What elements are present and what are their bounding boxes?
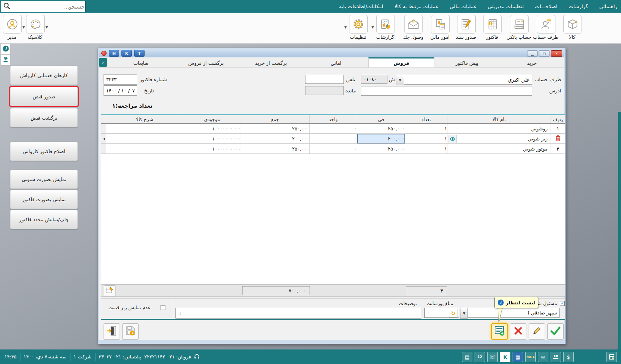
waiting-list-button[interactable] (491, 323, 508, 340)
status-calendar-icon[interactable]: 12 (475, 352, 485, 362)
sidebar-carwash-services-button[interactable]: کارهاي خدماتي کارواش (10, 66, 78, 85)
menu-item-help[interactable]: راهنمائي (599, 3, 617, 9)
cell-unit[interactable]: ۰ (309, 144, 357, 153)
sidebar-issue-receipt-button[interactable]: صدور قبض (10, 87, 78, 106)
minimize-button[interactable]: ▁ (527, 50, 538, 57)
toolbar-bank-account-button[interactable]: حساب بانکي (510, 15, 528, 34)
toolbar-invoice-button[interactable]: $ فاکتور (483, 15, 501, 34)
menu-item-base-info[interactable]: امکانات/اطلاعات پایه (339, 3, 383, 9)
row-selector-active[interactable]: ◄ (101, 134, 106, 143)
cell-price[interactable]: ۲۵۰,۰۰۰ (357, 144, 405, 153)
manager-dropdown-caret[interactable]: ▼ (22, 25, 25, 29)
toolbar-account-party-button[interactable]: طرف حساب (537, 15, 555, 34)
close-button[interactable]: ✕ (551, 50, 562, 57)
hotkey-t-button[interactable]: T (134, 50, 145, 57)
sidebar-return-receipt-button[interactable]: برگشت قبض (10, 108, 78, 127)
cell-desc[interactable] (106, 144, 183, 153)
search-box[interactable] (1, 1, 86, 12)
status-grid-icon[interactable]: ▦ (513, 352, 523, 362)
row-selector[interactable] (101, 144, 106, 153)
confirm-button[interactable] (547, 323, 564, 340)
cell-item-name[interactable]: موتور شويي (447, 144, 551, 153)
save-button[interactable] (122, 323, 139, 340)
tab-consignment[interactable]: اماني (304, 57, 369, 67)
tab-proforma[interactable]: پیش فاکتور (434, 57, 500, 67)
search-input[interactable] (10, 1, 85, 12)
sidebar-reprint-invoice-button[interactable]: چاپ/نمایش مجدد فاکتور (10, 210, 78, 229)
cell-price[interactable]: ۲۵۰,۰۰۰ (357, 124, 405, 133)
eye-icon[interactable] (449, 135, 457, 143)
menu-item-management-settings[interactable]: تنظیمات مدیریتي (488, 3, 524, 9)
cell-qty[interactable]: ۱ (405, 124, 447, 133)
status-money-icon[interactable]: $ (563, 352, 574, 362)
toolbar-classic-theme-button[interactable]: کلاسیک ▼ (26, 15, 44, 34)
status-mail-icon[interactable]: ✉ (538, 352, 548, 362)
tab-purchase-return[interactable]: برگشت از خرید (238, 57, 304, 67)
grid-settings-button[interactable] (104, 285, 116, 297)
toolbar-financial-affairs-button[interactable]: $ امور مالي (431, 15, 449, 34)
info-mini-button[interactable]: i (1, 44, 10, 55)
settings-dropdown-caret[interactable]: ▼ (344, 25, 347, 29)
right-edge-scrollbar[interactable] (618, 112, 621, 349)
cell-desc[interactable] (106, 124, 183, 133)
cell-unit[interactable]: ۰ (309, 124, 357, 133)
toolbar-cheque-collection-button[interactable]: $ وصول چك (404, 15, 422, 34)
refresh-commission-icon[interactable]: ↻ (449, 309, 457, 317)
cell-qty[interactable]: ۱ (405, 144, 447, 153)
tab-sales-return[interactable]: برگشت از فروش (174, 57, 239, 67)
status-users-icon[interactable] (551, 352, 561, 362)
toolbar-settings-button[interactable]: تنظیمات ▼ (349, 15, 367, 34)
tab-scroll-left-button[interactable]: ‹ (99, 58, 107, 67)
status-phone-icon[interactable]: ☏ (487, 352, 498, 362)
menu-item-corrections[interactable]: اصلاحـــات (535, 3, 557, 9)
menu-item-financial-operations[interactable]: عملیات مالي (450, 3, 476, 9)
cell-item-name[interactable]: زیر شويي (447, 134, 551, 143)
hotkey-k-button[interactable]: K (121, 50, 132, 57)
address-input[interactable] (361, 86, 532, 96)
tab-waste[interactable]: ضایعات (108, 57, 174, 67)
trash-icon[interactable] (555, 135, 561, 142)
status-note-icon[interactable]: NOTE (525, 352, 536, 362)
account-party-combobox[interactable] (403, 75, 532, 85)
cancel-button[interactable] (510, 323, 526, 340)
toolbar-reports-button[interactable]: گزارشات ▼ (376, 15, 394, 34)
cell-price-selected[interactable]: ۲۰۰,۰۰۰ (357, 134, 405, 143)
washer-dropdown-arrow[interactable]: ▼ (460, 308, 468, 319)
hotkey-h-button[interactable]: H (109, 50, 119, 57)
cell-unit[interactable]: ۰ (309, 134, 357, 143)
account-party-dropdown-arrow[interactable]: ▼ (396, 75, 404, 85)
sidebar-column-view-button[interactable]: نمایش بصورت ستوني (10, 170, 78, 189)
grid-row-1[interactable]: ۱ روشويي ۱ ۲۵۰,۰۰۰ ۰ ۲۵۰,۰۰۰ ۱۰۰۰۰۰۰۰۰۰۰ (101, 124, 565, 134)
maximize-button[interactable]: ▢ (539, 50, 549, 57)
cell-row-delete[interactable] (551, 134, 565, 143)
sidebar-edit-carwash-invoice-button[interactable]: اصلاح فاکتور کارواش (10, 142, 78, 161)
cell-desc[interactable] (106, 134, 183, 143)
toolbar-issue-document-button[interactable]: صدور سند (457, 15, 475, 34)
window-titlebar[interactable]: H K T ▁ ▢ ✕ (99, 49, 564, 57)
washer-checkbox[interactable]: ✓ (560, 301, 565, 306)
grid-row-2-selected[interactable]: زیر شويي ۱ ۲۰۰,۰۰۰ ۰ ۲۰۰,۰۰۰ ۱۰۰۰۰۰۰۰۰۰۰… (101, 134, 565, 144)
exit-button[interactable] (104, 323, 120, 340)
toolbar-goods-button[interactable]: کالا (563, 15, 581, 34)
invoice-number-input[interactable] (104, 74, 137, 85)
status-k-icon[interactable]: K (500, 352, 510, 362)
tab-purchase[interactable]: خرید (499, 57, 564, 67)
status-calculator-icon[interactable] (606, 352, 617, 362)
cell-qty[interactable]: ۱ (405, 134, 447, 143)
row-selector[interactable] (101, 124, 106, 133)
toolbar-manager-button[interactable]: مدیر ▼ (3, 15, 21, 34)
cell-item-name[interactable]: روشويي (447, 124, 551, 133)
edit-button[interactable] (529, 323, 545, 340)
support-mini-button[interactable] (1, 55, 10, 66)
reports-dropdown-caret[interactable]: ▼ (371, 25, 374, 29)
notes-input[interactable]: + (175, 308, 421, 319)
date-input[interactable] (104, 85, 137, 96)
grid-row-3[interactable]: ۳ موتور شويي ۱ ۲۵۰,۰۰۰ ۰ ۲۵۰,۰۰۰ ۱۰۰۰۰۰۰… (101, 144, 565, 154)
menu-item-goods-operations[interactable]: عملیات مرتبط به کالا (395, 3, 439, 9)
sidebar-invoice-view-button[interactable]: نمایش بصورت فاکتور (10, 190, 78, 209)
status-document-icon[interactable]: ▤ (462, 352, 472, 362)
menu-item-reports[interactable]: گزارشات (568, 3, 588, 9)
washer-combobox[interactable]: سپهر صادقي ( (468, 308, 560, 318)
tab-sales[interactable]: فروش (368, 57, 434, 67)
hide-price-detail-checkbox[interactable] (161, 305, 165, 310)
